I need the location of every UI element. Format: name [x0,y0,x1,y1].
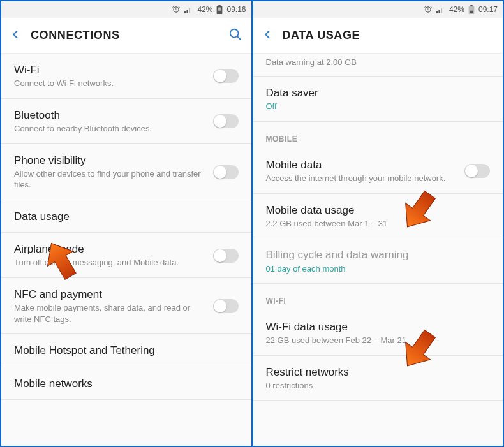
row-sub: Make mobile payments, share data, and re… [14,302,205,325]
visibility-toggle[interactable] [213,165,239,179]
row-wifi-data-usage[interactable]: Wi-Fi data usage 22 GB used between Feb … [253,311,503,356]
row-sub: Off [266,101,491,112]
row-mobile-data[interactable]: Mobile data Access the internet through … [253,149,503,194]
row-sub: Turn off calling, messaging, and Mobile … [14,257,205,268]
status-bar: 42% 09:17 [253,1,503,18]
row-sub: Connect to Wi-Fi networks. [14,78,205,89]
row-bluetooth[interactable]: Bluetooth Connect to nearby Bluetooth de… [1,99,251,144]
row-data-usage[interactable]: Data usage [1,200,251,233]
row-label: Data saver [266,86,491,99]
row-label: Bluetooth [14,108,205,122]
row-wifi[interactable]: Wi-Fi Connect to Wi-Fi networks. [1,54,251,99]
row-sub: Access the internet through your mobile … [266,173,457,184]
svg-rect-3 [470,5,473,6]
data-warning-note: Data warning at 2.00 GB [253,54,503,77]
alarm-icon [424,5,433,14]
row-billing-cycle[interactable]: Billing cycle and data warning 01 day of… [253,238,503,284]
row-label: Wi-Fi data usage [266,320,491,333]
row-label: Mobile data [266,158,457,172]
nfc-toggle[interactable] [213,299,239,313]
row-hotspot[interactable]: Mobile Hotspot and Tethering [1,334,251,367]
svg-rect-1 [218,11,221,13]
header: DATA USAGE [253,18,503,54]
settings-list: Data warning at 2.00 GB Data saver Off M… [253,54,503,446]
search-icon[interactable] [228,27,242,44]
section-mobile: MOBILE [253,122,503,149]
phone-connections: PCrisk 42% 09:16 CONNECTIONS [1,1,251,446]
status-bar: 42% 09:16 [1,1,251,18]
row-label: Mobile Hotspot and Tethering [14,344,239,357]
row-label: NFC and payment [14,288,205,301]
battery-percent: 42% [197,5,212,14]
row-data-saver[interactable]: Data saver Off [253,77,503,122]
row-sub: 01 day of each month [266,263,491,275]
row-sub: Connect to nearby Bluetooth devices. [14,123,205,135]
wifi-toggle[interactable] [213,69,239,83]
row-sub: 22 GB used between Feb 22 – Mar 21 [266,335,491,346]
section-wifi: WI-FI [253,284,503,311]
svg-point-2 [230,29,238,37]
signal-icon [436,6,445,13]
row-mobile-networks[interactable]: Mobile networks [1,367,251,400]
clock-time: 09:17 [478,5,498,14]
battery-icon [216,5,223,14]
alarm-icon [172,5,181,14]
header: CONNECTIONS [1,18,251,54]
row-phone-visibility[interactable]: Phone visibility Allow other devices to … [1,144,251,200]
phone-data-usage: risk.com 42% 09:17 DATA USAGE Data warni… [251,1,503,446]
row-mobile-data-usage[interactable]: Mobile data usage 2.2 GB used between Ma… [253,194,503,239]
svg-rect-5 [470,11,473,13]
page-title: DATA USAGE [283,29,494,42]
row-label: Restrict networks [266,365,491,379]
settings-list: Wi-Fi Connect to Wi-Fi networks. Bluetoo… [1,54,251,446]
row-label: Data usage [14,210,239,223]
signal-icon [184,6,193,13]
mobile-data-toggle[interactable] [464,164,490,178]
row-label: Airplane mode [14,242,205,256]
row-label: Wi-Fi [14,63,205,77]
back-icon[interactable] [262,29,274,43]
row-sub: 0 restrictions [266,380,491,392]
clock-time: 09:16 [226,5,246,14]
battery-icon [468,5,475,14]
battery-percent: 42% [449,5,464,14]
row-label: Mobile data usage [266,203,491,217]
row-label: Phone visibility [14,154,205,167]
page-title: CONNECTIONS [31,29,228,42]
row-label: Billing cycle and data warning [266,248,491,261]
row-label: Mobile networks [14,377,239,390]
back-icon[interactable] [10,29,22,43]
row-sub: 2.2 GB used between Mar 1 – 31 [266,218,491,230]
row-nfc-payment[interactable]: NFC and payment Make mobile payments, sh… [1,278,251,334]
row-restrict-networks[interactable]: Restrict networks 0 restrictions [253,356,503,401]
row-sub: Allow other devices to find your phone a… [14,168,205,191]
airplane-toggle[interactable] [213,249,239,263]
bluetooth-toggle[interactable] [213,114,239,128]
row-airplane-mode[interactable]: Airplane mode Turn off calling, messagin… [1,233,251,278]
